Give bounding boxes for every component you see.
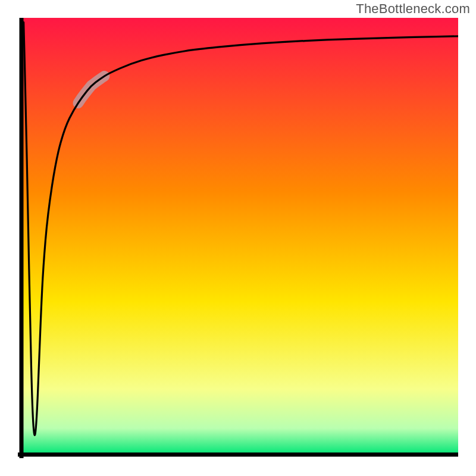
watermark-text: TheBottleneck.com xyxy=(356,1,470,17)
plot-svg xyxy=(18,18,458,458)
plot-frame xyxy=(18,18,458,458)
chart-container: TheBottleneck.com xyxy=(0,0,476,476)
